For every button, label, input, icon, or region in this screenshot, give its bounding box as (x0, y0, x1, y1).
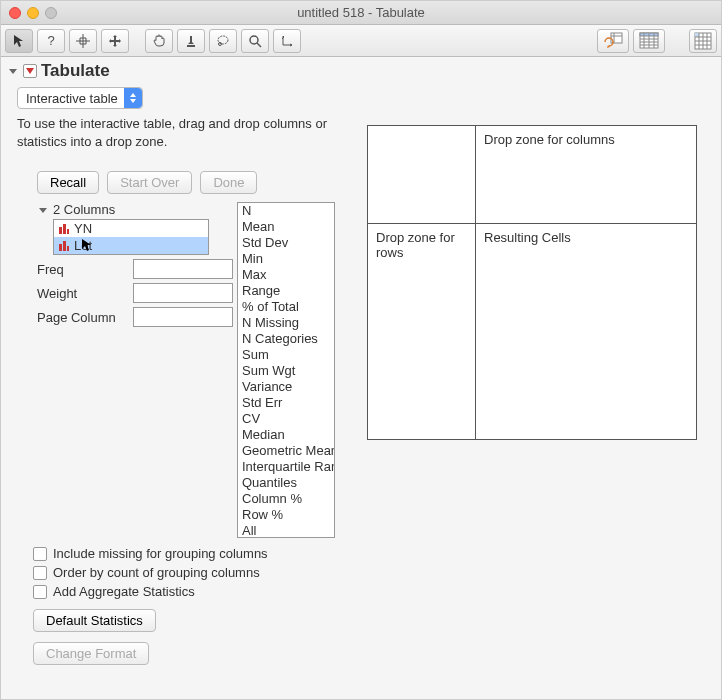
dropzone-columns[interactable]: Drop zone for columns (476, 126, 697, 224)
nominal-icon (58, 223, 70, 235)
instructions-text: To use the interactive table, drag and d… (9, 115, 351, 161)
content-area: Tabulate Interactive table To use the in… (1, 57, 721, 699)
main-row: Interactive table To use the interactive… (1, 85, 721, 699)
stat-item[interactable]: Row % (238, 507, 334, 523)
svg-rect-24 (63, 224, 66, 234)
weight-input[interactable] (133, 283, 233, 303)
include-missing-label: Include missing for grouping columns (53, 546, 268, 561)
stat-item[interactable]: All (238, 523, 334, 538)
svg-point-1 (219, 42, 222, 45)
stat-item[interactable]: Interquartile Range (238, 459, 334, 475)
svg-line-3 (257, 43, 261, 47)
stat-item[interactable]: N Categories (238, 331, 334, 347)
stat-item[interactable]: Sum (238, 347, 334, 363)
stat-item[interactable]: Geometric Mean (238, 443, 334, 459)
zoom-icon (248, 34, 262, 48)
svg-point-2 (250, 36, 258, 44)
stat-item[interactable]: Variance (238, 379, 334, 395)
order-by-count-checkbox[interactable] (33, 566, 47, 580)
table-icon (639, 32, 659, 50)
stat-item[interactable]: CV (238, 411, 334, 427)
add-aggregate-checkbox[interactable] (33, 585, 47, 599)
freq-input[interactable] (133, 259, 233, 279)
stat-item[interactable]: Quantiles (238, 475, 334, 491)
dropzone-rows[interactable]: Drop zone for rows (368, 224, 476, 440)
page-column-label: Page Column (37, 310, 129, 325)
stat-item[interactable]: Min (238, 251, 334, 267)
lasso-tool-button[interactable] (209, 29, 237, 53)
close-icon[interactable] (9, 7, 21, 19)
stat-item[interactable]: Sum Wgt (238, 363, 334, 379)
crosshair-icon (76, 34, 90, 48)
column-name: YN (74, 221, 92, 236)
table-view-button[interactable] (633, 29, 665, 53)
mode-select[interactable]: Interactive table (17, 87, 143, 109)
arrow-tool-button[interactable] (5, 29, 33, 53)
crosshair-tool-button[interactable] (69, 29, 97, 53)
titlebar: untitled 518 - Tabulate (1, 1, 721, 25)
stat-item[interactable]: Max (238, 267, 334, 283)
stat-item[interactable]: Std Err (238, 395, 334, 411)
page-column-input[interactable] (133, 307, 233, 327)
zoom-tool-button[interactable] (241, 29, 269, 53)
tabulate-header: Tabulate (1, 57, 721, 85)
stat-item[interactable]: Column % (238, 491, 334, 507)
hand-icon (152, 34, 166, 48)
grid-icon (694, 32, 712, 50)
columns-list[interactable]: YN Lot (53, 219, 209, 255)
freq-label: Freq (37, 262, 129, 277)
stat-item[interactable]: N (238, 203, 334, 219)
toolbar: ? (1, 25, 721, 57)
select-arrows-icon (124, 88, 142, 108)
maximize-icon[interactable] (45, 7, 57, 19)
help-icon: ? (47, 33, 54, 48)
done-button[interactable]: Done (200, 171, 257, 194)
minimize-icon[interactable] (27, 7, 39, 19)
arrow-icon (13, 34, 25, 48)
data-table-button[interactable] (689, 29, 717, 53)
svg-rect-16 (695, 33, 699, 37)
column-item-yn[interactable]: YN (54, 220, 208, 237)
red-triangle-menu[interactable] (23, 64, 37, 78)
stat-item[interactable]: Mean (238, 219, 334, 235)
include-missing-checkbox[interactable] (33, 547, 47, 561)
stat-item[interactable]: Range (238, 283, 334, 299)
window-title: untitled 518 - Tabulate (9, 5, 713, 20)
nominal-icon (58, 240, 70, 252)
disclosure-icon[interactable] (7, 65, 19, 77)
start-over-button[interactable]: Start Over (107, 171, 192, 194)
help-tool-button[interactable]: ? (37, 29, 65, 53)
move-tool-button[interactable] (101, 29, 129, 53)
axis-tool-button[interactable] (273, 29, 301, 53)
control-panel: Interactive table To use the interactive… (9, 85, 351, 691)
drop-zone-table: Drop zone for columns Drop zone for rows… (367, 125, 697, 440)
order-by-count-label: Order by count of grouping columns (53, 565, 260, 580)
recall-button[interactable]: Recall (37, 171, 99, 194)
stat-item[interactable]: Std Dev (238, 235, 334, 251)
section-title: Tabulate (41, 61, 110, 81)
stat-item[interactable]: Median (238, 427, 334, 443)
svg-rect-28 (67, 246, 69, 251)
axis-icon (280, 34, 294, 48)
column-item-lot[interactable]: Lot (54, 237, 208, 254)
column-name: Lot (74, 238, 92, 253)
builder-panel: Recall Start Over Done 2 Columns (9, 161, 351, 691)
columns-disclosure-icon[interactable] (37, 204, 49, 216)
dropzone-result[interactable]: Resulting Cells (476, 224, 697, 440)
change-format-button[interactable]: Change Format (33, 642, 149, 665)
stat-item[interactable]: % of Total (238, 299, 334, 315)
mode-select-value: Interactive table (26, 91, 118, 106)
statistics-list[interactable]: N Mean Std Dev Min Max Range % of Total … (237, 202, 335, 538)
brush-tool-button[interactable] (177, 29, 205, 53)
dropzone-corner[interactable] (368, 126, 476, 224)
svg-rect-23 (59, 227, 62, 234)
window-controls (9, 7, 57, 19)
add-aggregate-label: Add Aggregate Statistics (53, 584, 195, 599)
hand-tool-button[interactable] (145, 29, 173, 53)
refresh-data-button[interactable] (597, 29, 629, 53)
stat-item[interactable]: N Missing (238, 315, 334, 331)
weight-label: Weight (37, 286, 129, 301)
columns-header: 2 Columns (53, 202, 115, 217)
move-icon (108, 34, 122, 48)
default-statistics-button[interactable]: Default Statistics (33, 609, 156, 632)
